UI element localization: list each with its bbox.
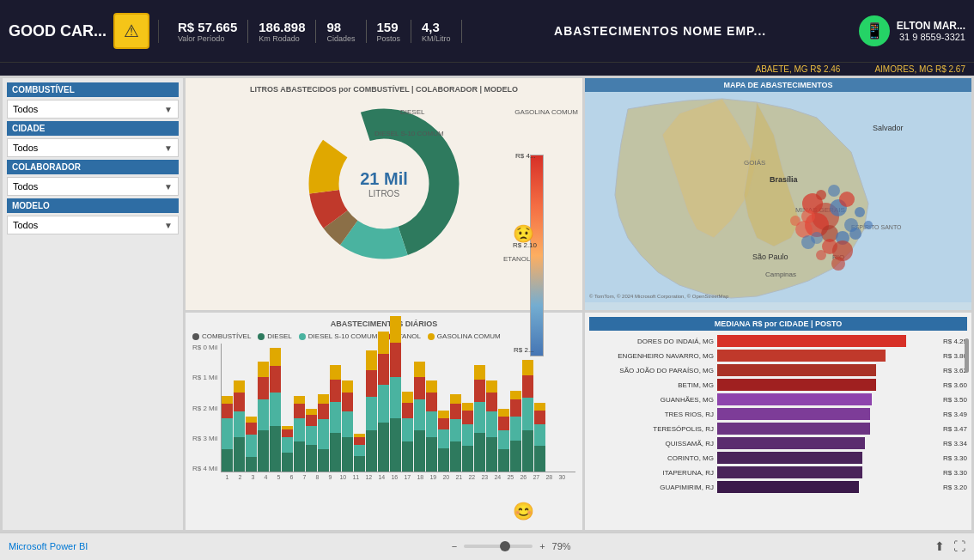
bar-segment	[390, 343, 401, 377]
bar-group	[414, 362, 425, 472]
bar-group	[282, 426, 293, 472]
bar-segment	[378, 423, 389, 472]
bar-group	[534, 403, 545, 472]
x-axis-label: 30	[556, 474, 568, 480]
stat-label: Valor Período	[178, 34, 224, 43]
legend-label: DIESEL	[267, 332, 291, 340]
happy-emoji: 😊	[513, 501, 534, 521]
filter-modelo-select[interactable]: Todos ▼	[7, 216, 179, 234]
bar-group	[426, 380, 437, 472]
chevron-down-icon: ▼	[164, 221, 173, 230]
bar-segment	[318, 394, 329, 404]
bar-group	[450, 394, 461, 472]
x-axis-label: 24	[491, 474, 503, 480]
legend-label: DIESEL S-10 COMUM	[308, 332, 378, 340]
svg-text:GOIÁS: GOIÁS	[744, 159, 765, 167]
svg-point-31	[864, 221, 873, 229]
x-axis-label: 23	[478, 474, 490, 480]
filter-combustivel: COMBUSTÍVEL Todos ▼	[7, 82, 179, 119]
power-bi-link[interactable]: Microsoft Power BI	[9, 541, 88, 551]
bar-segment	[450, 441, 461, 472]
header-stat: 159Postos	[367, 20, 412, 43]
bar-group	[234, 380, 245, 472]
filter-cidade-select[interactable]: Todos ▼	[7, 138, 179, 157]
whatsapp-icon[interactable]: 📱	[859, 15, 890, 46]
y-axis-label: R$ 0 Mil	[192, 344, 217, 351]
gasolina-label: GASOLINA COMUM	[514, 108, 578, 116]
legend-color	[428, 333, 435, 340]
x-axis-label: 28	[543, 474, 555, 480]
bar-segment	[498, 417, 509, 430]
diesel-s10-label: DIESEL S-10 COMUM	[374, 130, 444, 137]
header-stat: 98Cidades	[316, 20, 366, 43]
bar-segment	[522, 398, 533, 430]
median-city: ENGENHEIRO NAVARRO, MG	[589, 352, 714, 360]
bar-segment	[402, 403, 413, 418]
median-bar-container	[717, 364, 936, 376]
bar-segment	[234, 380, 245, 393]
fullscreen-icon[interactable]: ⛶	[953, 539, 965, 553]
svg-point-35	[831, 257, 845, 271]
bar-group	[330, 365, 341, 472]
contact-name: ELTON MAR...	[897, 20, 965, 32]
y-axis-labels: R$ 4 MilR$ 3 MilR$ 2 MilR$ 1 MilR$ 0 Mil	[192, 344, 221, 472]
svg-text:Campinas: Campinas	[765, 271, 796, 278]
x-axis-label: 5	[272, 474, 284, 480]
median-bar	[717, 481, 859, 493]
filter-combustivel-select[interactable]: Todos ▼	[7, 100, 179, 119]
bar-segment	[462, 446, 473, 472]
zoom-minus-icon[interactable]: −	[452, 541, 457, 551]
bar-segment	[522, 375, 533, 398]
bar-segment	[234, 437, 245, 472]
median-bar-container	[717, 350, 936, 362]
stat-label: Cidades	[326, 34, 355, 43]
median-bar	[717, 408, 870, 420]
svg-point-22	[816, 190, 826, 200]
donut-title: LITROS ABASTECIDOS por COMBUSTÍVEL | COL…	[192, 85, 575, 94]
median-row: TERESÓPOLIS, RJ R$ 3.47	[589, 423, 967, 435]
scroll-indicator[interactable]	[965, 338, 969, 373]
bar-segment	[522, 430, 533, 472]
bar-group	[486, 380, 497, 472]
y-axis-label: R$ 2 Mil	[192, 405, 217, 412]
bar-segment	[462, 411, 473, 424]
y-axis-label: R$ 4 Mil	[192, 465, 217, 472]
median-bar	[717, 335, 906, 347]
svg-point-32	[790, 216, 801, 226]
bar-segment	[402, 441, 413, 472]
bars-area: 1234567891011121416171819202122232425262…	[221, 344, 575, 480]
header-stat: 4,3KM/Litro	[411, 20, 462, 43]
bar-segment	[414, 430, 425, 472]
filter-colaborador-select[interactable]: Todos ▼	[7, 177, 179, 196]
bar-segment	[318, 449, 329, 472]
x-axis-label: 7	[298, 474, 310, 480]
zoom-plus-icon[interactable]: +	[539, 541, 545, 551]
bar-group	[342, 380, 353, 472]
median-row: TRES RIOS, RJ R$ 3.49	[589, 408, 967, 420]
bar-segment	[498, 409, 509, 417]
median-city: TERESÓPOLIS, RJ	[589, 425, 714, 433]
median-row: BETIM, MG R$ 3.60	[589, 379, 967, 391]
stat-value: 159	[377, 20, 399, 34]
zoom-controls: − + 79%	[452, 541, 571, 551]
x-axis-label: 26	[517, 474, 529, 480]
scale-top-label: R$ 4...	[515, 152, 536, 160]
median-value: R$ 3.62	[943, 367, 967, 374]
warning-icon: ⚠	[113, 13, 149, 49]
bar-group	[390, 316, 401, 472]
bar-segment	[390, 316, 401, 343]
median-value: R$ 3.49	[943, 411, 967, 418]
bar-segment	[510, 391, 521, 399]
share-icon[interactable]: ⬆	[934, 539, 945, 553]
median-city: GUAPIMIRIM, RJ	[589, 484, 714, 491]
stat-value: 4,3	[422, 20, 440, 34]
bar-segment	[450, 404, 461, 419]
zoom-slider[interactable]	[464, 545, 533, 548]
etanol-label: ETANOL	[503, 255, 530, 263]
bar-segment	[450, 419, 461, 441]
header-stat: R$ 57.665Valor Período	[167, 20, 248, 43]
bar-segment	[498, 449, 509, 472]
x-axis-label: 9	[324, 474, 336, 480]
bar-segment	[330, 380, 341, 402]
median-panel: MEDIANA R$ por CIDADE | POSTO DORES DO I…	[585, 313, 971, 530]
